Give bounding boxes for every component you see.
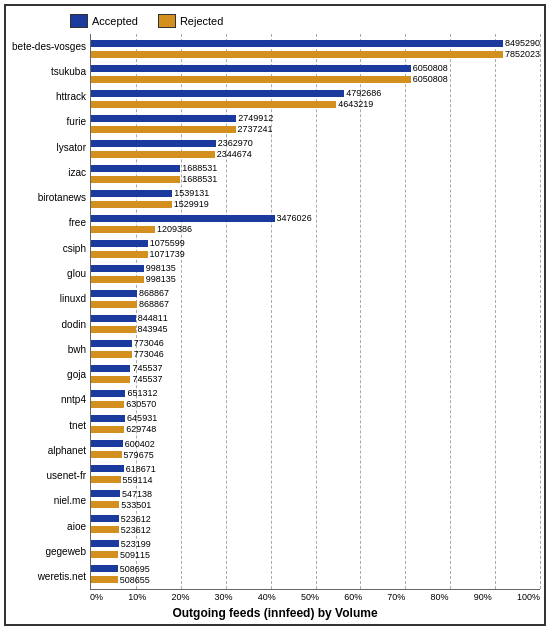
accepted-bar-with-label: 1688531 xyxy=(91,163,540,173)
accepted-value: 745537 xyxy=(132,363,162,373)
rejected-value: 868867 xyxy=(139,299,169,309)
rejected-value: 509115 xyxy=(120,550,150,560)
rejected-bar xyxy=(91,226,155,233)
rejected-bar xyxy=(91,251,148,258)
rejected-value: 843945 xyxy=(138,324,168,334)
x-axis-label: 100% xyxy=(517,592,540,602)
rejected-bar-with-label: 745537 xyxy=(91,374,540,384)
accepted-bar xyxy=(91,290,137,297)
accepted-bar-with-label: 2362970 xyxy=(91,138,540,148)
bar-row: 651312630570 xyxy=(91,388,540,409)
y-label: weretis.net xyxy=(10,572,90,582)
accepted-bar-with-label: 4792686 xyxy=(91,88,540,98)
x-axis-label: 0% xyxy=(90,592,103,602)
rejected-bar xyxy=(91,551,118,558)
rejected-bar xyxy=(91,101,336,108)
rejected-bar-with-label: 6050808 xyxy=(91,74,540,84)
rejected-bar-with-label: 773046 xyxy=(91,349,540,359)
bar-row: 547138533501 xyxy=(91,489,540,510)
rejected-bar-with-label: 2344674 xyxy=(91,149,540,159)
accepted-value: 1075599 xyxy=(150,238,185,248)
rejected-value: 6050808 xyxy=(413,74,448,84)
rejected-bar-with-label: 1529919 xyxy=(91,199,540,209)
rejected-bar xyxy=(91,576,118,583)
rejected-value: 4643219 xyxy=(338,99,373,109)
bar-row: 523612523612 xyxy=(91,514,540,535)
rejected-value: 579675 xyxy=(124,450,154,460)
accepted-bar-with-label: 508695 xyxy=(91,564,540,574)
x-axis-label: 70% xyxy=(387,592,405,602)
accepted-value: 508695 xyxy=(120,564,150,574)
accepted-bar-with-label: 745537 xyxy=(91,363,540,373)
rejected-bar xyxy=(91,326,136,333)
rejected-bar xyxy=(91,126,236,133)
rejected-bar xyxy=(91,276,144,283)
y-label: gegeweb xyxy=(10,547,90,557)
bar-row: 15391311529919 xyxy=(91,188,540,209)
rejected-bar xyxy=(91,51,503,58)
bar-row: 523199509115 xyxy=(91,539,540,560)
rejected-bar xyxy=(91,476,121,483)
accepted-bar xyxy=(91,565,118,572)
y-label: nntp4 xyxy=(10,395,90,405)
rejected-value: 2344674 xyxy=(217,149,252,159)
accepted-bar xyxy=(91,215,275,222)
rejected-color-box xyxy=(158,14,176,28)
y-label: aioe xyxy=(10,522,90,532)
accepted-bar-with-label: 1075599 xyxy=(91,238,540,248)
bar-row: 60508086050808 xyxy=(91,63,540,84)
rejected-bar xyxy=(91,426,124,433)
bar-row: 508695508655 xyxy=(91,564,540,585)
rejected-bar xyxy=(91,151,215,158)
accepted-bar xyxy=(91,540,119,547)
rejected-value: 7852023 xyxy=(505,49,540,59)
rejected-label: Rejected xyxy=(180,15,223,27)
y-label: niel.me xyxy=(10,496,90,506)
rejected-value: 629748 xyxy=(126,424,156,434)
bar-row: 618671559114 xyxy=(91,464,540,485)
accepted-bar xyxy=(91,490,120,497)
accepted-bar xyxy=(91,115,236,122)
legend-accepted: Accepted xyxy=(70,14,138,28)
accepted-value: 4792686 xyxy=(346,88,381,98)
accepted-bar xyxy=(91,65,411,72)
rejected-value: 1688531 xyxy=(182,174,217,184)
accepted-bar xyxy=(91,440,123,447)
accepted-bar-with-label: 645931 xyxy=(91,413,540,423)
rejected-value: 1071739 xyxy=(150,249,185,259)
y-label: dodin xyxy=(10,320,90,330)
rejected-bar xyxy=(91,401,124,408)
x-axis-label: 60% xyxy=(344,592,362,602)
rejected-bar-with-label: 7852023 xyxy=(91,49,540,59)
accepted-bar xyxy=(91,240,148,247)
accepted-value: 6050808 xyxy=(413,63,448,73)
rejected-bar xyxy=(91,301,137,308)
accepted-value: 618671 xyxy=(126,464,156,474)
accepted-bar-with-label: 1539131 xyxy=(91,188,540,198)
bar-row: 10755991071739 xyxy=(91,238,540,259)
bar-row: 34760261209386 xyxy=(91,213,540,234)
y-label: goja xyxy=(10,370,90,380)
rejected-bar-with-label: 4643219 xyxy=(91,99,540,109)
y-axis-labels: bete-des-vosgestsukubahttrackfurielysato… xyxy=(10,34,90,590)
rejected-value: 533501 xyxy=(121,500,151,510)
bar-row: 998135998135 xyxy=(91,263,540,284)
accepted-bar xyxy=(91,515,119,522)
bar-row: 773046773046 xyxy=(91,338,540,359)
rejected-bar-with-label: 630570 xyxy=(91,399,540,409)
rejected-bar xyxy=(91,351,132,358)
rejected-bar-with-label: 1209386 xyxy=(91,224,540,234)
bars-section: 8495290785202360508086050808479268646432… xyxy=(90,34,540,590)
accepted-value: 998135 xyxy=(146,263,176,273)
bar-row: 600402579675 xyxy=(91,439,540,460)
accepted-bar xyxy=(91,415,125,422)
rejected-bar xyxy=(91,451,122,458)
accepted-bar xyxy=(91,365,130,372)
rejected-value: 508655 xyxy=(120,575,150,585)
rejected-value: 2737241 xyxy=(238,124,273,134)
x-axis-label: 80% xyxy=(431,592,449,602)
x-axis-label: 20% xyxy=(171,592,189,602)
accepted-bar-with-label: 773046 xyxy=(91,338,540,348)
rejected-value: 523612 xyxy=(121,525,151,535)
rejected-bar-with-label: 629748 xyxy=(91,424,540,434)
